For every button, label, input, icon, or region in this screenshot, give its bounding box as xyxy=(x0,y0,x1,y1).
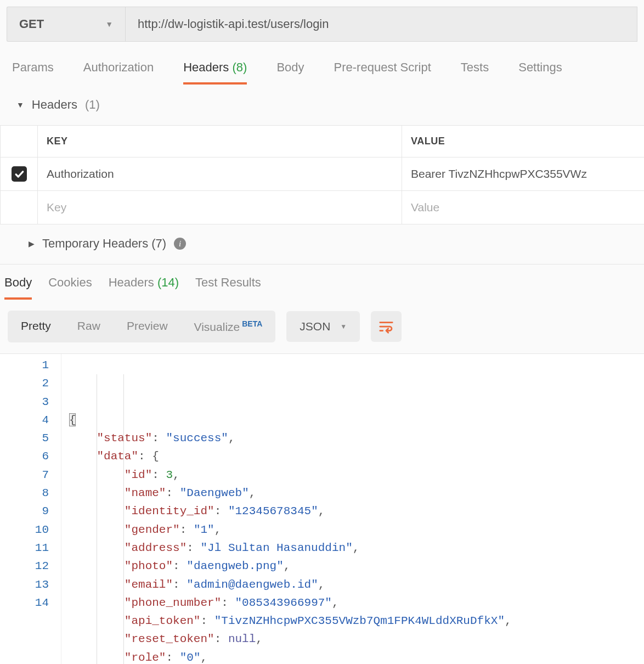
response-headers-count: (14) xyxy=(157,275,179,289)
url-value: http://dw-logistik-api.test/users/login xyxy=(138,17,329,31)
url-input[interactable]: http://dw-logistik-api.test/users/login xyxy=(125,7,637,42)
headers-section-toggle[interactable]: ▼ Headers (1) xyxy=(12,94,632,115)
line-gutter: 1 2 3 4 5 6 7 8 9 10 11 12 13 14 xyxy=(0,354,61,664)
response-tabs: Body Cookies Headers (14) Test Results xyxy=(0,265,644,300)
header-key-input[interactable]: Key xyxy=(38,191,402,224)
header-value-input[interactable]: Value xyxy=(402,191,644,224)
response-tab-body[interactable]: Body xyxy=(4,275,32,300)
response-tab-tests[interactable]: Test Results xyxy=(195,275,261,300)
chevron-down-icon: ▼ xyxy=(340,323,347,330)
body-view-mode: Pretty Raw Preview VisualizeBETA xyxy=(8,311,275,342)
header-row: Authorization Bearer TivzNZHhcpwPXC355VW… xyxy=(1,157,644,191)
temporary-headers-toggle[interactable]: ▶ Temporary Headers (7) i xyxy=(12,224,632,256)
tab-params[interactable]: Params xyxy=(12,60,54,85)
triangle-down-icon: ▼ xyxy=(16,100,24,109)
response-tab-headers[interactable]: Headers (14) xyxy=(109,275,179,300)
header-row-empty: Key Value xyxy=(1,191,644,224)
headers-section-count: (1) xyxy=(85,98,100,112)
http-method-label: GET xyxy=(19,17,44,31)
body-format-select[interactable]: JSON ▼ xyxy=(286,311,360,342)
request-tabs: Params Authorization Headers (8) Body Pr… xyxy=(0,42,644,85)
headers-count-badge: (8) xyxy=(233,60,247,74)
tab-settings[interactable]: Settings xyxy=(518,60,562,85)
response-body-viewer[interactable]: 1 2 3 4 5 6 7 8 9 10 11 12 13 14 { "stat… xyxy=(0,353,644,664)
view-visualize[interactable]: VisualizeBETA xyxy=(181,311,276,342)
temporary-headers-title: Temporary Headers xyxy=(42,237,148,251)
headers-table-header: KEY VALUE xyxy=(1,126,644,157)
chevron-down-icon: ▼ xyxy=(105,20,113,29)
headers-table: KEY VALUE Authorization Bearer TivzNZHhc… xyxy=(0,125,644,224)
response-tab-cookies[interactable]: Cookies xyxy=(48,275,92,300)
wrap-lines-button[interactable] xyxy=(371,311,402,342)
info-icon[interactable]: i xyxy=(174,238,186,250)
check-icon xyxy=(14,168,25,179)
tab-headers[interactable]: Headers (8) xyxy=(183,60,247,85)
tab-prerequest[interactable]: Pre-request Script xyxy=(334,60,431,85)
view-raw[interactable]: Raw xyxy=(64,311,114,342)
body-format-label: JSON xyxy=(300,320,330,333)
column-key: KEY xyxy=(38,126,402,157)
beta-badge: BETA xyxy=(242,319,262,328)
triangle-right-icon: ▶ xyxy=(29,239,35,248)
header-value-cell[interactable]: Bearer TivzNZHhcpwPXC355VWz xyxy=(402,157,644,190)
column-value: VALUE xyxy=(402,126,644,157)
tab-authorization[interactable]: Authorization xyxy=(83,60,154,85)
tab-body[interactable]: Body xyxy=(276,60,304,85)
temporary-headers-count: (7) xyxy=(151,237,166,251)
header-enabled-checkbox[interactable] xyxy=(12,166,27,182)
view-pretty[interactable]: Pretty xyxy=(8,311,64,342)
code-content: { "status": "success", "data": { "id": 3… xyxy=(61,354,644,664)
header-key-cell[interactable]: Authorization xyxy=(38,157,402,190)
headers-section-title: Headers xyxy=(32,98,77,112)
view-preview[interactable]: Preview xyxy=(114,311,181,342)
wrap-icon xyxy=(378,318,394,335)
http-method-select[interactable]: GET ▼ xyxy=(7,7,125,42)
tab-tests[interactable]: Tests xyxy=(461,60,489,85)
